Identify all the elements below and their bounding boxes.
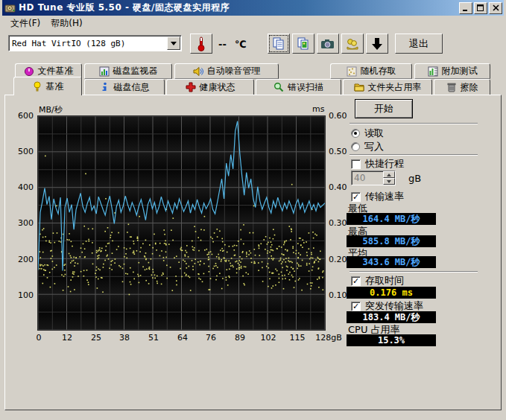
max-value: 585.8 MB/秒	[347, 235, 436, 247]
x-tick: 38	[108, 333, 141, 343]
transfer-rate-checkbox[interactable]: ✓	[351, 192, 361, 202]
chart-canvas	[38, 116, 325, 330]
minimize-icon	[462, 4, 469, 11]
read-radio[interactable]	[351, 129, 360, 138]
window-title: HD Tune 专业版 5.50 - 硬盘/固态硬盘实用程序	[19, 1, 230, 14]
drive-select-dropdown-button[interactable]	[167, 36, 180, 50]
tab-disk-info[interactable]: 磁盘信息	[84, 79, 165, 95]
y-tick: 200	[14, 255, 34, 264]
x-tick: 115	[281, 333, 314, 343]
y-tick-right: 0.50	[329, 147, 351, 156]
tab-label: 磁盘信息	[114, 81, 150, 94]
write-radio[interactable]	[351, 142, 360, 151]
benchmark-chart	[37, 115, 326, 331]
tab-label: 文件夹占用率	[368, 81, 422, 94]
temperature-value: --	[218, 39, 227, 50]
access-time-value: 0.176 ms	[347, 287, 436, 299]
tab-auto-acoustic[interactable]: 自动噪音管理	[174, 63, 279, 79]
cpu-usage-value: 15.3%	[347, 334, 436, 346]
spin-down-button[interactable]	[383, 178, 395, 185]
screenshot-button[interactable]	[317, 34, 339, 54]
close-icon	[493, 4, 499, 11]
menu-help[interactable]: 帮助(H)	[45, 16, 87, 31]
tab-random-access[interactable]: 随机存取	[330, 63, 412, 79]
y-tick: 600	[14, 111, 34, 121]
y-tick: 100	[14, 290, 34, 300]
x-tick: 51	[137, 333, 170, 343]
start-label: 开始	[374, 102, 393, 115]
temperature-unit: ℃	[235, 39, 247, 50]
coins-hand-icon	[346, 38, 359, 50]
down-arrow-icon	[371, 37, 383, 51]
trash-icon	[446, 82, 457, 92]
tab-label: 错误扫描	[288, 81, 323, 94]
copy-icon	[273, 37, 285, 51]
x-tick: 76	[195, 333, 227, 343]
tab-folder-usage[interactable]: 文件夹占用率	[343, 79, 432, 95]
health-cross-icon	[186, 82, 196, 92]
tab-label: 附加测试	[442, 65, 478, 77]
maximize-icon	[477, 4, 484, 11]
menu-file[interactable]: 文件(F)	[5, 16, 45, 31]
start-button[interactable]: 开始	[355, 99, 413, 118]
burst-rate-checkbox[interactable]: ✓	[351, 302, 361, 311]
tab-label: 磁盘监视器	[113, 65, 158, 77]
donate-button[interactable]	[341, 34, 364, 54]
short-stroke-row[interactable]: 快捷行程	[351, 157, 404, 171]
tab-error-scan[interactable]: 错误扫描	[256, 79, 341, 95]
short-stroke-value: 40	[352, 173, 383, 183]
right-axis-title: ms	[312, 104, 324, 114]
separator	[350, 154, 478, 156]
read-radio-row[interactable]: 读取	[351, 127, 384, 140]
short-stroke-unit: gB	[408, 173, 421, 184]
short-stroke-spinner[interactable]: 40	[351, 171, 396, 185]
spin-up-button[interactable]	[383, 171, 395, 178]
read-label: 读取	[364, 127, 384, 140]
burst-rate-value: 183.4 MB/秒	[347, 311, 436, 323]
temperature-button[interactable]	[190, 34, 212, 54]
tab-label: 随机存取	[361, 65, 396, 77]
access-time-row[interactable]: ✓ 存取时间	[351, 274, 404, 287]
speaker-icon	[193, 66, 203, 77]
x-tick: 128gB	[312, 333, 345, 343]
avg-value: 343.6 MB/秒	[347, 256, 436, 268]
short-stroke-checkbox[interactable]	[351, 159, 361, 169]
x-tick: 102	[252, 333, 285, 343]
title-bar[interactable]: HD Tune 专业版 5.50 - 硬盘/固态硬盘实用程序	[2, 0, 504, 16]
tab-benchmark[interactable]: 基准	[13, 77, 82, 95]
spin-down-icon	[387, 180, 391, 183]
folder-icon	[354, 82, 364, 92]
file-benchmark-icon	[24, 66, 34, 77]
access-time-label: 存取时间	[365, 274, 404, 287]
x-tick: 12	[51, 333, 83, 343]
min-value: 164.4 MB/秒	[347, 213, 436, 225]
y-tick-right: 0.40	[329, 182, 351, 192]
tab-extra-tests[interactable]: 附加测试	[414, 63, 490, 79]
y-tick: 500	[14, 147, 34, 156]
camera-icon	[321, 39, 335, 49]
minimize-button[interactable]	[459, 2, 472, 14]
close-button[interactable]	[489, 2, 502, 14]
maximize-button[interactable]	[474, 2, 487, 14]
write-radio-row[interactable]: 写入	[351, 140, 384, 153]
copy-image-button[interactable]	[292, 34, 314, 54]
drive-select[interactable]: Red Hat VirtIO (128 gB)	[8, 35, 182, 51]
tab-erase[interactable]: 擦除	[434, 79, 490, 95]
app-icon	[4, 2, 16, 14]
disk-monitor-icon	[99, 66, 110, 77]
access-time-checkbox[interactable]: ✓	[351, 276, 361, 286]
random-access-icon	[347, 66, 357, 77]
menu-bar: 文件(F) 帮助(H)	[2, 16, 504, 31]
tab-label: 基准	[46, 80, 64, 93]
extra-tests-icon	[428, 66, 438, 77]
y-tick-right: 0.60	[329, 111, 351, 121]
exit-label: 退出	[409, 37, 428, 51]
tab-disk-monitor[interactable]: 磁盘监视器	[84, 63, 172, 79]
short-stroke-label: 快捷行程	[365, 157, 404, 171]
exit-button[interactable]: 退出	[395, 34, 443, 54]
thermometer-icon	[197, 36, 206, 51]
tab-health[interactable]: 健康状态	[166, 79, 254, 95]
copy-text-button[interactable]	[268, 34, 290, 54]
tab-label: 自动噪音管理	[207, 65, 261, 77]
save-results-button[interactable]	[366, 34, 388, 54]
